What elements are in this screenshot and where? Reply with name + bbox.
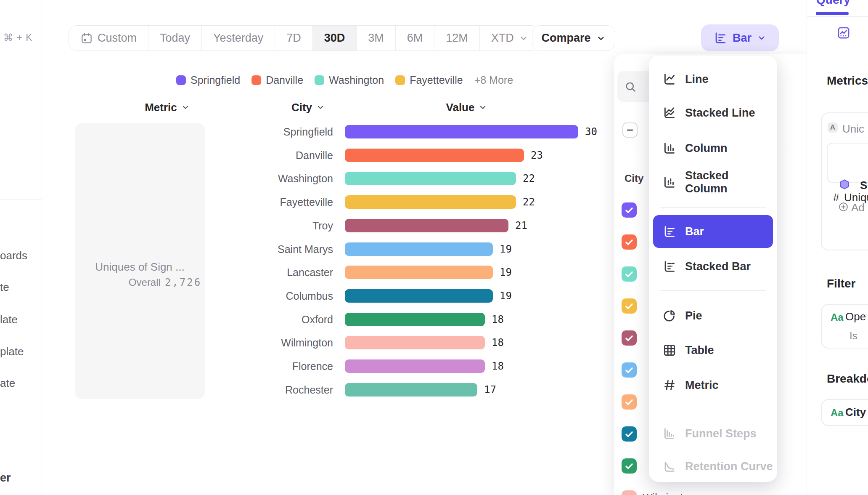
date-range-yesterday[interactable]: Yesterday — [202, 26, 275, 51]
bar-row-label: Rochester — [202, 383, 333, 397]
city-checkbox[interactable] — [622, 490, 637, 495]
breakdown-heading: Breakdo — [827, 372, 868, 386]
date-range-label: 12M — [446, 32, 468, 45]
legend-item[interactable]: Fayetteville — [395, 74, 463, 86]
date-range-xtd[interactable]: XTD — [480, 26, 540, 51]
menu-item-label: Retention Curve — [685, 460, 773, 473]
date-range-6m[interactable]: 6M — [396, 26, 435, 51]
chart-preview-icon[interactable] — [836, 26, 851, 40]
calendar-icon — [80, 32, 93, 45]
tab-query[interactable]: Query — [816, 0, 850, 7]
city-checkbox[interactable] — [622, 426, 637, 442]
legend-item[interactable]: Danville — [251, 74, 303, 86]
filter-operator[interactable]: Is — [849, 330, 857, 342]
column-icon — [662, 141, 677, 155]
bar-segment[interactable] — [345, 242, 493, 256]
date-range-12m[interactable]: 12M — [434, 26, 480, 51]
column-header-city[interactable]: City — [279, 101, 338, 114]
bar-value-label: 17 — [484, 383, 496, 397]
compare-button[interactable]: Compare — [532, 25, 615, 51]
legend-item[interactable]: Washington — [315, 74, 384, 86]
line-icon — [662, 72, 677, 86]
bar-segment[interactable] — [345, 289, 493, 303]
column-header-metric[interactable]: Metric — [138, 101, 197, 114]
menu-item-label: Funnel Steps — [685, 427, 757, 440]
bar-value-label: 18 — [492, 336, 504, 349]
breakdown-card[interactable]: Aa City — [821, 399, 868, 426]
city-checkbox[interactable] — [622, 234, 637, 250]
sidebar-item-partial[interactable]: oards — [0, 249, 27, 262]
sidebar-divider — [807, 16, 868, 17]
city-checkbox[interactable] — [622, 362, 637, 378]
bar-segment[interactable] — [345, 195, 516, 209]
sidebar-item-partial[interactable]: te — [0, 281, 9, 294]
bar-value-label: 19 — [500, 289, 512, 303]
legend-item[interactable]: Springfield — [176, 74, 240, 86]
bar-segment[interactable] — [345, 172, 516, 185]
bar-segment[interactable] — [345, 266, 493, 279]
menu-item-stacked-column[interactable]: Stacked Column — [653, 166, 773, 199]
menu-item-pie[interactable]: Pie — [653, 299, 773, 332]
menu-divider — [660, 408, 766, 408]
bar-value-label: 22 — [523, 172, 535, 185]
menu-item-line[interactable]: Line — [653, 63, 773, 96]
deselect-all-checkbox[interactable] — [622, 122, 638, 138]
check-icon — [624, 205, 635, 216]
bar-row-label: Springfield — [202, 125, 333, 138]
bar-segment[interactable] — [345, 359, 485, 373]
date-range-3m[interactable]: 3M — [357, 26, 396, 51]
sidebar-item-partial[interactable]: ate — [0, 377, 15, 390]
legend-swatch — [315, 75, 324, 85]
bar-value-label: 18 — [492, 313, 504, 326]
date-range-today[interactable]: Today — [148, 26, 202, 51]
menu-item-stacked-bar[interactable]: Stacked Bar — [653, 250, 773, 283]
column-header-label: Value — [446, 101, 475, 114]
sidebar-item-partial[interactable]: plate — [0, 345, 24, 358]
date-range-label: 7D — [286, 32, 301, 45]
bar-segment[interactable] — [345, 125, 578, 138]
chevron-down-icon — [478, 103, 487, 112]
menu-item-bar[interactable]: Bar — [653, 215, 773, 248]
legend-label: Washington — [329, 74, 384, 86]
date-range-30d[interactable]: 30D — [313, 26, 357, 51]
bar-segment[interactable] — [345, 313, 485, 326]
date-range-7d[interactable]: 7D — [275, 26, 313, 51]
sidebar-item-partial[interactable]: late — [0, 313, 18, 326]
menu-item-stacked-line[interactable]: Stacked Line — [653, 96, 773, 129]
filter-card[interactable]: Aa Ope Is i — [821, 304, 868, 349]
date-range-label: 30D — [324, 32, 345, 45]
event-card[interactable]: Sig Ad — [827, 143, 868, 183]
menu-item-metric[interactable]: Metric — [653, 369, 773, 402]
property-type-badge: Aa — [831, 407, 844, 419]
metric-card[interactable]: Uniques of Sign ... Overall2,726 — [75, 123, 205, 399]
column-header-value[interactable]: Value — [437, 101, 496, 114]
metric-icon — [662, 378, 677, 392]
city-checkbox[interactable] — [622, 202, 637, 218]
chevron-down-icon — [757, 33, 767, 43]
menu-divider — [660, 290, 766, 291]
check-icon — [624, 301, 635, 311]
event-name: Sig — [860, 179, 868, 192]
bar-segment[interactable] — [345, 336, 485, 349]
metrics-heading: Metrics — [827, 74, 868, 88]
legend-more-button[interactable]: +8 More — [474, 74, 513, 86]
bar-row-label: Saint Marys — [202, 242, 333, 256]
city-checkbox[interactable] — [622, 298, 637, 314]
metric-query-card[interactable]: A Unic Sig Ad # Uniqu — [821, 112, 868, 250]
menu-item-table[interactable]: Table — [653, 334, 773, 367]
city-checkbox[interactable] — [622, 330, 637, 346]
menu-item-label: Pie — [685, 309, 702, 322]
date-range-label: Today — [160, 32, 190, 45]
chart-type-button[interactable]: Bar — [701, 24, 779, 51]
date-range-custom[interactable]: Custom — [69, 26, 148, 51]
sidebar-item-partial[interactable]: er — [0, 471, 11, 484]
breakdown-row-label[interactable]: Wilmington — [643, 492, 695, 495]
bar-segment[interactable] — [345, 219, 508, 232]
city-checkbox[interactable] — [622, 266, 637, 282]
bar-segment[interactable] — [345, 149, 524, 162]
city-checkbox[interactable] — [622, 458, 637, 474]
bar-row-label: Lancaster — [202, 266, 333, 279]
bar-segment[interactable] — [345, 383, 477, 397]
city-checkbox[interactable] — [622, 394, 637, 410]
menu-item-column[interactable]: Column — [653, 132, 773, 165]
